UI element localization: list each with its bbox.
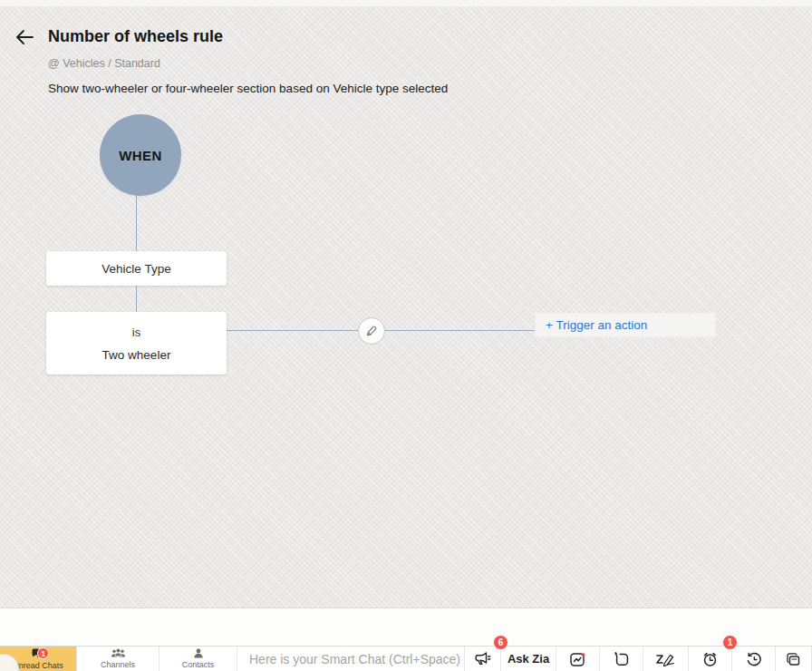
edit-criteria-button[interactable] bbox=[358, 317, 385, 345]
zia-sketch-icon bbox=[654, 651, 677, 666]
when-node[interactable]: WHEN bbox=[100, 114, 181, 196]
ask-zia-button[interactable]: Ask Zia bbox=[501, 647, 556, 671]
page-title: Number of wheels rule bbox=[48, 27, 223, 46]
lasso-select-icon bbox=[613, 651, 630, 667]
person-icon bbox=[193, 648, 204, 659]
tab-channels[interactable]: Channels bbox=[77, 647, 160, 671]
chat-bar: Unread Chats 1 Channels Contacts bbox=[0, 646, 812, 671]
top-strip bbox=[0, 0, 812, 6]
stacked-windows-button[interactable] bbox=[776, 647, 812, 671]
tab-unread-label: Unread Chats bbox=[13, 661, 63, 670]
unread-count-badge: 1 bbox=[37, 647, 49, 659]
criteria-value: Two wheeler bbox=[102, 348, 171, 362]
rule-description: Show two-wheeler or four-wheeler section… bbox=[48, 82, 448, 95]
stacked-windows-icon bbox=[785, 651, 802, 667]
tab-channels-label: Channels bbox=[101, 660, 135, 669]
smart-chat-input[interactable] bbox=[249, 652, 464, 666]
ask-zia-label: Ask Zia bbox=[508, 652, 549, 666]
lasso-select-button[interactable] bbox=[600, 647, 643, 671]
app-screen: Number of wheels rule @ Vehicles / Stand… bbox=[0, 0, 812, 671]
people-group-icon bbox=[111, 648, 126, 659]
back-arrow-icon bbox=[14, 29, 34, 45]
back-button[interactable] bbox=[13, 25, 36, 49]
criteria-condition-node[interactable]: is Two wheeler bbox=[46, 312, 227, 374]
megaphone-icon bbox=[474, 651, 491, 666]
tab-contacts[interactable]: Contacts bbox=[160, 647, 237, 671]
pencil-icon bbox=[364, 324, 379, 338]
pulse-icon bbox=[569, 651, 586, 667]
trigger-action-label: + Trigger an action bbox=[546, 318, 647, 332]
criteria-field-node[interactable]: Vehicle Type bbox=[46, 251, 227, 286]
rule-canvas: Number of wheels rule @ Vehicles / Stand… bbox=[0, 0, 812, 608]
when-label: WHEN bbox=[119, 148, 161, 163]
history-button[interactable] bbox=[732, 647, 776, 671]
reminders-badge: 1 bbox=[722, 635, 738, 650]
alarm-clock-icon bbox=[701, 651, 719, 667]
history-icon bbox=[745, 651, 762, 667]
reminders-button[interactable] bbox=[689, 647, 732, 671]
zia-sketch-button[interactable] bbox=[643, 647, 689, 671]
announcements-badge: 6 bbox=[493, 635, 508, 650]
announcements-button[interactable] bbox=[465, 647, 501, 671]
criteria-field-label: Vehicle Type bbox=[102, 262, 170, 276]
breadcrumb: @ Vehicles / Standard bbox=[48, 57, 160, 70]
tab-contacts-label: Contacts bbox=[182, 660, 215, 669]
trigger-action-button[interactable]: + Trigger an action bbox=[535, 313, 716, 337]
zia-insights-button[interactable] bbox=[556, 647, 600, 671]
criteria-operator: is bbox=[132, 326, 140, 339]
smart-chat-input-cell bbox=[237, 647, 465, 671]
